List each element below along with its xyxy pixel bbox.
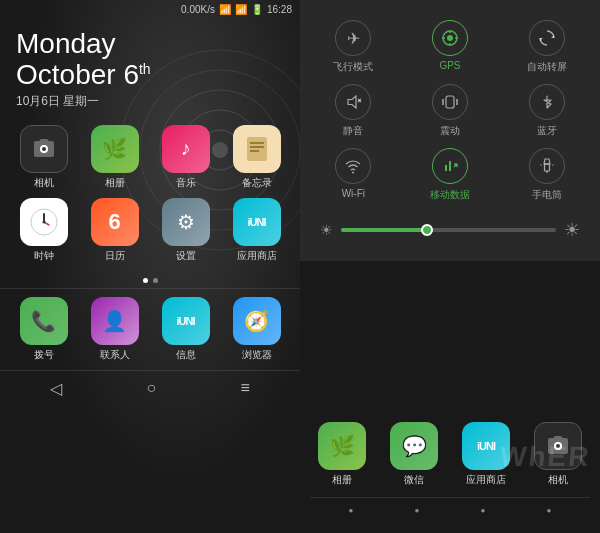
date-main: Monday October 6th [16,29,284,91]
left-nav-bar: ◁ ○ ≡ [0,370,300,406]
bluetooth-icon [529,84,565,120]
vibrate-label: 震动 [440,124,460,138]
flashlight-icon [529,148,565,184]
flashlight-label: 手电筒 [532,188,562,202]
back-button[interactable]: ◁ [50,379,62,398]
right-panel: ✈ 飞行模式 GPS 自动转屏 静音 [300,0,600,533]
appstore-icon: iUNI [233,198,281,246]
camera-icon [20,125,68,173]
page-dots [0,273,300,288]
phone-icon: 📞 [20,297,68,345]
bluetooth-label: 蓝牙 [537,124,557,138]
toggle-flashlight[interactable]: 手电筒 [503,148,590,202]
brightness-fill [341,228,427,232]
notes-icon [233,125,281,173]
app-notes[interactable]: 备忘录 [225,125,288,190]
right-nav-dot-3[interactable]: ● [481,506,486,515]
brightness-slider[interactable] [341,228,556,232]
app-settings[interactable]: ⚙ 设置 [154,198,217,263]
right-nav-dot-1[interactable]: ● [349,506,354,515]
date-chinese: 10月6日 星期一 [16,93,284,110]
browser-label: 浏览器 [242,348,272,362]
dock-contacts[interactable]: 👤 联系人 [83,297,146,362]
svg-marker-36 [544,159,550,164]
bottom-gallery[interactable]: 🌿 相册 [310,422,374,487]
sms-label: 信息 [176,348,196,362]
app-appstore[interactable]: iUNI 应用商店 [225,198,288,263]
wifi-toggle-icon [335,148,371,184]
app-camera[interactable]: 相机 [12,125,75,190]
svg-rect-37 [544,164,549,171]
dock-browser[interactable]: 🧭 浏览器 [225,297,288,362]
sms-icon: iUNI [162,297,210,345]
battery-icon: 🔋 [251,4,263,15]
toggle-grid: ✈ 飞行模式 GPS 自动转屏 静音 [310,20,590,202]
dock-phone[interactable]: 📞 拨号 [12,297,75,362]
appstore-label: 应用商店 [237,249,277,263]
day-of-week: Monday [16,28,116,59]
bottom-wechat[interactable]: 💬 微信 [382,422,446,487]
app-calendar[interactable]: 6 日历 [83,198,146,263]
toggle-mute[interactable]: 静音 [310,84,397,138]
airplane-icon: ✈ [335,20,371,56]
day-suffix: th [139,60,151,76]
toggle-gps[interactable]: GPS [407,20,494,74]
wifi-icon: 📶 [219,4,231,15]
calendar-icon: 6 [91,198,139,246]
mute-label: 静音 [343,124,363,138]
notes-label: 备忘录 [242,176,272,190]
toggle-autorotate[interactable]: 自动转屏 [503,20,590,74]
network-speed: 0.00K/s [181,4,215,15]
svg-rect-9 [247,137,267,161]
settings-icon: ⚙ [162,198,210,246]
home-button[interactable]: ○ [146,379,156,397]
music-icon: ♪ [162,125,210,173]
svg-line-40 [552,164,554,166]
app-clock[interactable]: 时钟 [12,198,75,263]
app-music[interactable]: ♪ 音乐 [154,125,217,190]
right-nav-dot-4[interactable]: ● [547,506,552,515]
toggle-airplane[interactable]: ✈ 飞行模式 [310,20,397,74]
right-bottom: WhER 🌿 相册 💬 微信 iUNI 应用商店 相机 ● [300,261,600,533]
clock-label: 时钟 [34,249,54,263]
svg-line-39 [540,164,542,166]
brightness-row: ☀ ☀ [310,214,590,246]
toggle-wifi[interactable]: Wi-Fi [310,148,397,202]
mobile-data-label: 移动数据 [430,188,470,202]
bottom-gallery-label: 相册 [332,473,352,487]
bottom-wechat-label: 微信 [404,473,424,487]
right-nav-bar: ● ● ● ● [310,497,590,523]
gallery-icon: 🌿 [91,125,139,173]
vibrate-icon [432,84,468,120]
left-panel: 0.00K/s 📶 📶 🔋 16:28 Monday October 6th 1… [0,0,300,533]
toggle-vibrate[interactable]: 震动 [407,84,494,138]
svg-point-16 [42,220,45,223]
svg-point-30 [352,172,354,174]
bottom-appstore-label: 应用商店 [466,473,506,487]
gallery-label: 相册 [105,176,125,190]
phone-label: 拨号 [34,348,54,362]
dock: 📞 拨号 👤 联系人 iUNI 信息 🧭 浏览器 [0,288,300,370]
gps-icon [432,20,468,56]
menu-button[interactable]: ≡ [240,379,249,397]
toggle-mobile-data[interactable]: 移动数据 [407,148,494,202]
camera-label: 相机 [34,176,54,190]
bottom-camera-label: 相机 [548,473,568,487]
settings-label: 设置 [176,249,196,263]
app-gallery[interactable]: 🌿 相册 [83,125,146,190]
date-section: Monday October 6th 10月6日 星期一 [0,19,300,115]
month-day: October 6 [16,59,139,90]
mute-icon [335,84,371,120]
right-nav-dot-2[interactable]: ● [415,506,420,515]
app-grid: 相机 🌿 相册 ♪ 音乐 备忘录 时钟 [0,115,300,273]
calendar-label: 日历 [105,249,125,263]
left-status-bar: 0.00K/s 📶 📶 🔋 16:28 [0,0,300,19]
svg-point-8 [42,147,46,151]
dot-1 [143,278,148,283]
brightness-max-icon: ☀ [564,219,580,241]
left-content: Monday October 6th 10月6日 星期一 相机 🌿 相册 ♪ 音… [0,19,300,533]
dock-sms[interactable]: iUNI 信息 [154,297,217,362]
gps-label: GPS [439,60,460,71]
autorotate-label: 自动转屏 [527,60,567,74]
toggle-bluetooth[interactable]: 蓝牙 [503,84,590,138]
